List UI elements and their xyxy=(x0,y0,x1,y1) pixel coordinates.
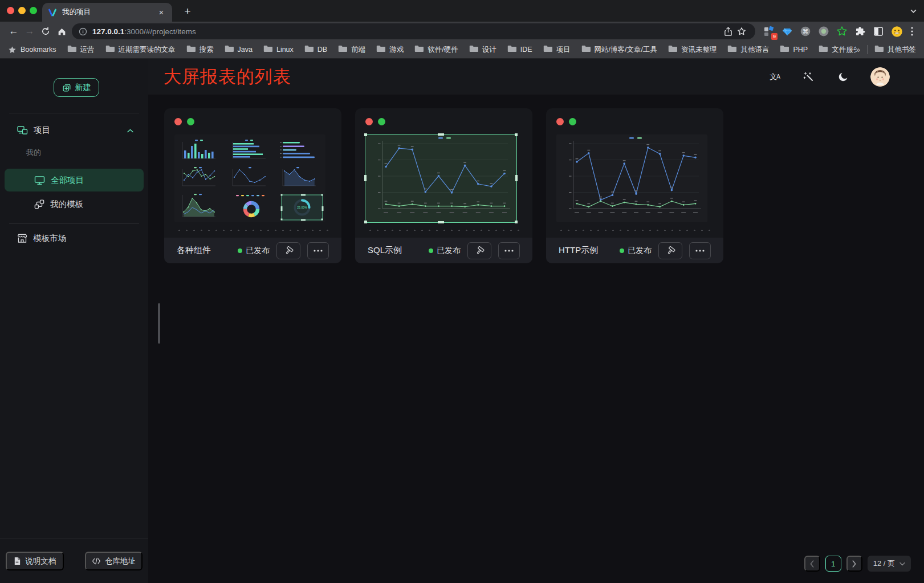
project-preview-chart-selected[interactable] xyxy=(365,134,516,222)
back-icon[interactable]: ← xyxy=(6,23,22,39)
extension-newtab-icon[interactable]: 9 xyxy=(762,25,776,38)
duplicate-plus-icon xyxy=(62,83,71,92)
sidebar-section-projects[interactable]: 项目 xyxy=(0,121,148,139)
selection-handle[interactable] xyxy=(364,175,367,181)
info-icon[interactable] xyxy=(79,27,87,36)
bookmark-folder[interactable]: 运营 xyxy=(67,45,95,55)
bookmark-folder[interactable]: IDE xyxy=(507,45,532,55)
extension-recorder-icon[interactable] xyxy=(817,25,831,38)
sidebar-item-template-market[interactable]: 模板市场 xyxy=(0,229,148,247)
hammer-icon xyxy=(284,246,294,255)
more-actions-button[interactable] xyxy=(689,242,711,259)
tab-close-icon[interactable]: × xyxy=(156,7,166,18)
status-badge: 已发布 xyxy=(238,246,270,256)
new-project-button[interactable]: 新建 xyxy=(54,78,99,97)
bookmark-folder[interactable]: Linux xyxy=(263,45,294,55)
docs-button[interactable]: 说明文档 xyxy=(6,552,64,570)
browser-menu-icon[interactable] xyxy=(906,23,918,39)
reload-icon[interactable] xyxy=(38,23,54,39)
bookmark-folder[interactable]: 游戏 xyxy=(376,45,404,55)
storefront-icon xyxy=(17,234,27,243)
sidebar-divider xyxy=(9,223,139,224)
folder-icon xyxy=(414,45,424,54)
bookmark-star-icon[interactable] xyxy=(735,23,748,39)
hammer-icon xyxy=(666,246,675,255)
extension-darkmode-icon[interactable] xyxy=(872,25,885,38)
more-actions-button[interactable] xyxy=(307,242,329,259)
language-icon[interactable]: 文A xyxy=(768,70,781,84)
selection-handle[interactable] xyxy=(515,221,518,223)
selection-handle[interactable] xyxy=(515,175,518,181)
sidebar-item-all-projects[interactable]: 全部项目 xyxy=(5,169,144,191)
selection-handle[interactable] xyxy=(438,133,444,136)
edit-hammer-button[interactable] xyxy=(658,242,682,259)
bookmarks-manager[interactable]: Bookmarks xyxy=(8,46,56,54)
address-bar[interactable]: 127.0.0.1:3000/#/project/items xyxy=(72,23,755,39)
card-footer: 各种组件 已发布 xyxy=(164,238,341,263)
macos-close-button[interactable] xyxy=(7,7,14,14)
bookmarks-overflow-chevron[interactable]: » xyxy=(856,45,860,54)
prev-page-button[interactable] xyxy=(804,556,820,572)
extension-command-icon[interactable]: ⌘ xyxy=(799,25,812,38)
bookmark-folder[interactable]: 文件服务器 xyxy=(819,45,856,55)
status-badge: 已发布 xyxy=(429,246,461,256)
project-card[interactable]: SQL示例 已发布 xyxy=(355,108,532,263)
browser-window: 我的项目 × + ← → 127.0.0.1:3000/#/project/it… xyxy=(0,0,924,583)
selection-handle[interactable] xyxy=(515,133,518,136)
bookmark-folder[interactable]: 其他语言 xyxy=(727,45,769,55)
pagination: 1 12 / 页 xyxy=(804,556,911,572)
bookmark-folder[interactable]: 网站/博客/文章/工具 xyxy=(581,45,657,55)
dark-mode-moon-icon[interactable] xyxy=(836,70,850,84)
bookmark-folder[interactable]: 前端 xyxy=(338,45,365,55)
card-green-dot xyxy=(378,118,385,125)
macos-minimize-button[interactable] xyxy=(18,7,26,14)
card-footer: SQL示例 已发布 xyxy=(355,238,532,263)
extension-emoji-icon[interactable] xyxy=(890,25,903,38)
scrollbar-thumb[interactable] xyxy=(158,303,160,344)
selection-handle[interactable] xyxy=(364,133,367,136)
bookmark-folder[interactable]: DB xyxy=(304,45,327,55)
repo-button[interactable]: 仓库地址 xyxy=(85,552,143,570)
project-card[interactable]: 25.00% 各种组件 已发布 xyxy=(164,108,341,263)
folder-icon xyxy=(469,45,478,54)
edit-hammer-button[interactable] xyxy=(276,242,300,259)
next-page-button[interactable] xyxy=(846,556,862,572)
home-icon[interactable] xyxy=(54,23,70,39)
edit-hammer-button[interactable] xyxy=(467,242,491,259)
page-size-select[interactable]: 12 / 页 xyxy=(868,556,911,572)
folder-icon xyxy=(304,45,314,54)
macos-fullscreen-button[interactable] xyxy=(30,7,37,14)
bookmark-folder[interactable]: 软件/硬件 xyxy=(414,45,458,55)
bookmark-folder[interactable]: 搜索 xyxy=(186,45,214,55)
project-preview-chart[interactable] xyxy=(556,134,707,222)
new-tab-button[interactable]: + xyxy=(180,4,195,19)
monitor-icon xyxy=(34,176,45,185)
extension-gem-icon[interactable] xyxy=(780,25,794,38)
bookmark-folder[interactable]: 资讯未整理 xyxy=(668,45,717,55)
sidebar-item-my-templates[interactable]: 我的模板 xyxy=(5,193,144,215)
more-actions-button[interactable] xyxy=(498,242,520,259)
tab-search-icon[interactable] xyxy=(910,7,917,17)
bookmark-folder[interactable]: Java xyxy=(225,45,253,55)
bookmark-folder[interactable]: 近期需要读的文章 xyxy=(105,45,176,55)
user-avatar[interactable] xyxy=(870,67,890,87)
chevron-up-icon[interactable] xyxy=(127,125,133,134)
selection-handle[interactable] xyxy=(364,221,367,223)
ellipsis-icon xyxy=(504,250,514,252)
page-title: 大屏报表的列表 xyxy=(164,65,291,89)
bookmark-folder[interactable]: PHP xyxy=(780,45,808,55)
bookmark-folder[interactable]: 项目 xyxy=(543,45,571,55)
magic-wand-icon[interactable] xyxy=(802,70,816,84)
project-card[interactable]: HTTP示例 已发布 xyxy=(546,108,723,263)
project-preview-montage[interactable]: 25.00% xyxy=(174,134,325,222)
card-red-dot xyxy=(556,118,564,125)
bookmark-folder[interactable]: 设计 xyxy=(469,45,496,55)
forward-icon[interactable]: → xyxy=(22,23,38,39)
browser-tab[interactable]: 我的项目 × xyxy=(42,3,172,22)
share-icon[interactable] xyxy=(721,23,735,39)
other-bookmarks[interactable]: 其他书签 xyxy=(874,45,916,55)
extension-green-star-icon[interactable] xyxy=(835,25,849,38)
current-page-button[interactable]: 1 xyxy=(825,556,841,572)
selection-handle[interactable] xyxy=(438,221,444,223)
extensions-puzzle-icon[interactable] xyxy=(853,25,867,38)
